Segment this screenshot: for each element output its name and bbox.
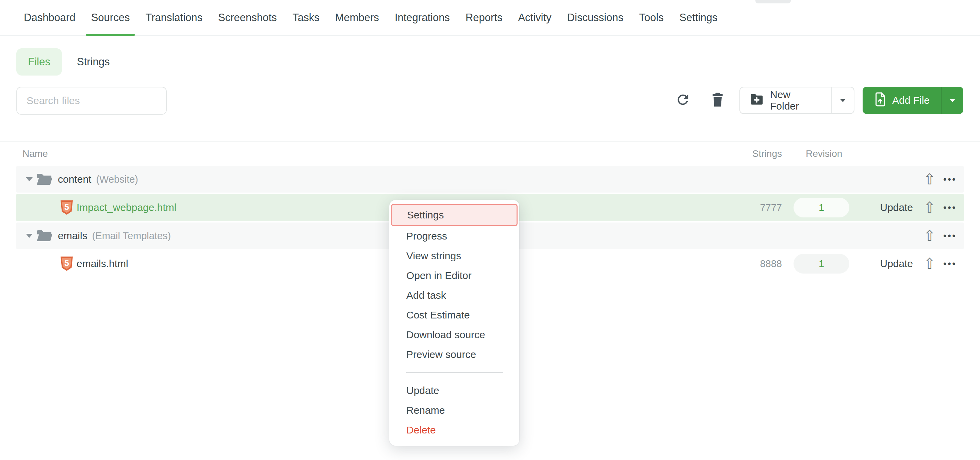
chevron-down-icon[interactable] <box>26 234 33 238</box>
project-nav: Dashboard Sources Translations Screensho… <box>0 0 980 36</box>
upload-icon[interactable]: ⇧ <box>922 172 937 187</box>
nav-screenshots[interactable]: Screenshots <box>218 0 277 35</box>
active-tab-underline <box>86 34 135 36</box>
menu-item-progress[interactable]: Progress <box>389 226 519 246</box>
new-folder-button-group: New Folder <box>740 87 854 114</box>
menu-item-rename[interactable]: Rename <box>389 401 519 420</box>
menu-item-view-strings[interactable]: View strings <box>389 246 519 266</box>
update-link[interactable]: Update <box>880 258 913 269</box>
nav-integrations[interactable]: Integrations <box>395 0 450 35</box>
menu-item-add-task[interactable]: Add task <box>389 285 519 305</box>
trash-icon <box>710 92 725 109</box>
nav-translations[interactable]: Translations <box>145 0 202 35</box>
html5-file-icon: 5 <box>60 201 73 215</box>
nav-tools[interactable]: Tools <box>639 0 663 35</box>
upload-icon[interactable]: ⇧ <box>922 228 937 243</box>
more-actions-icon[interactable]: ••• <box>940 231 959 241</box>
html5-file-icon: 5 <box>60 256 73 271</box>
column-header-name: Name <box>22 148 48 159</box>
refresh-icon <box>675 92 691 109</box>
menu-item-open-in-editor[interactable]: Open in Editor <box>389 266 519 285</box>
upload-icon[interactable]: ⇧ <box>922 200 937 215</box>
nav-sources[interactable]: Sources <box>91 0 130 35</box>
more-actions-icon[interactable]: ••• <box>940 259 959 269</box>
nav-discussions[interactable]: Discussions <box>567 0 624 35</box>
more-actions-icon[interactable]: ••• <box>940 202 959 213</box>
new-folder-dropdown-button[interactable] <box>831 88 854 113</box>
search-input[interactable] <box>16 87 167 115</box>
sources-page: Dashboard Sources Translations Screensho… <box>0 0 980 460</box>
more-actions-icon[interactable]: ••• <box>940 174 959 185</box>
folder-icon <box>36 229 52 243</box>
nav-tasks[interactable]: Tasks <box>292 0 319 35</box>
chevron-down-icon <box>950 99 956 102</box>
file-context-menu: Settings Progress View strings Open in E… <box>389 200 519 446</box>
folder-name[interactable]: content(Website) <box>58 173 138 185</box>
tab-strings[interactable]: Strings <box>77 48 110 76</box>
menu-item-delete[interactable]: Delete <box>389 420 519 440</box>
menu-item-update[interactable]: Update <box>389 381 519 401</box>
tab-files[interactable]: Files <box>16 48 62 76</box>
menu-item-download-source[interactable]: Download source <box>389 325 519 345</box>
file-name[interactable]: emails.html <box>76 258 128 269</box>
nav-members[interactable]: Members <box>335 0 379 35</box>
revision-badge[interactable]: 1 <box>794 198 850 217</box>
file-upload-icon <box>874 92 887 109</box>
add-file-button-group: Add File <box>862 87 963 114</box>
update-link[interactable]: Update <box>880 202 913 213</box>
menu-item-cost-estimate[interactable]: Cost Estimate <box>389 305 519 325</box>
folder-icon <box>36 172 52 186</box>
nav-settings[interactable]: Settings <box>679 0 717 35</box>
upload-icon[interactable]: ⇧ <box>922 256 937 271</box>
strings-count: 7777 <box>760 202 782 213</box>
menu-divider <box>406 372 503 373</box>
nav-reports[interactable]: Reports <box>466 0 503 35</box>
add-file-button[interactable]: Add File <box>862 87 941 114</box>
file-name[interactable]: Impact_webpage.html <box>76 202 177 213</box>
new-folder-button[interactable]: New Folder <box>740 88 831 113</box>
strings-count: 8888 <box>760 258 782 269</box>
chevron-down-icon <box>840 99 846 102</box>
menu-item-settings[interactable]: Settings <box>391 204 517 226</box>
nav-activity[interactable]: Activity <box>518 0 551 35</box>
menu-item-preview-source[interactable]: Preview source <box>389 345 519 364</box>
folder-name[interactable]: emails(Email Templates) <box>58 230 171 242</box>
folder-plus-icon <box>749 93 764 108</box>
refresh-button[interactable] <box>672 89 694 111</box>
delete-button[interactable] <box>706 89 729 111</box>
revision-badge[interactable]: 1 <box>794 254 850 274</box>
chevron-down-icon[interactable] <box>26 177 33 181</box>
column-header-revision: Revision <box>806 148 842 159</box>
column-header-strings: Strings <box>752 148 782 159</box>
nav-dashboard[interactable]: Dashboard <box>24 0 76 35</box>
add-file-dropdown-button[interactable] <box>941 87 963 114</box>
toolbar-separator <box>0 141 980 142</box>
clipped-top-element <box>756 0 791 3</box>
table-row-folder-content[interactable]: content(Website) ⇧ ••• <box>16 166 964 193</box>
